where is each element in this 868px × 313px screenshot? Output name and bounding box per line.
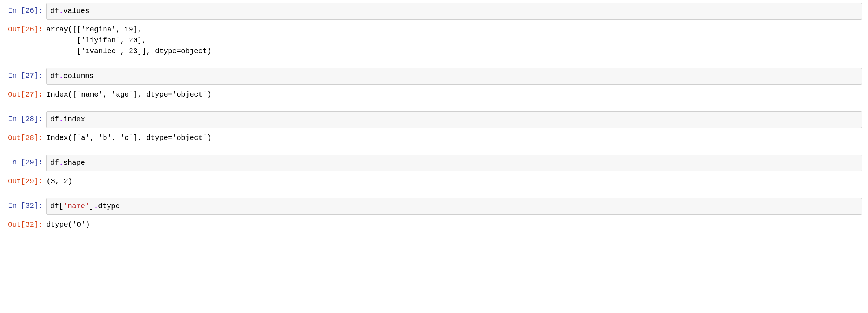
input-row: In [28]: df.index	[0, 111, 868, 128]
input-row: In [32]: df['name'].dtype	[0, 198, 868, 215]
output-prompt: Out[26]:	[0, 22, 46, 35]
output-row: Out[29]: (3, 2)	[0, 173, 868, 189]
code-token-operator: .	[59, 115, 63, 124]
output-prompt: Out[29]:	[0, 173, 46, 187]
input-prompt: In [26]:	[0, 3, 46, 16]
input-row: In [27]: df.columns	[0, 68, 868, 85]
input-prompt: In [27]:	[0, 68, 46, 81]
code-token-operator: .	[59, 7, 63, 15]
notebook-cell-32: In [32]: df['name'].dtype Out[32]: dtype…	[0, 198, 868, 233]
output-prompt: Out[27]:	[0, 87, 46, 100]
code-input[interactable]: df.values	[46, 3, 862, 20]
code-token-operator: .	[59, 159, 63, 167]
input-prompt: In [28]:	[0, 111, 46, 125]
notebook-cell-26: In [26]: df.values Out[26]: array([['reg…	[0, 3, 868, 59]
output-prompt: Out[32]:	[0, 217, 46, 230]
output-row: Out[32]: dtype('O')	[0, 217, 868, 233]
output-text: (3, 2)	[46, 173, 862, 189]
code-input[interactable]: df.index	[46, 111, 862, 128]
code-token-attr: dtype	[98, 202, 120, 210]
output-row: Out[26]: array([['regina', 19], ['liyifa…	[0, 22, 868, 59]
code-token-attr: values	[63, 7, 89, 15]
input-prompt: In [32]:	[0, 198, 46, 211]
code-token-bracket: [	[59, 202, 63, 210]
output-text: dtype('O')	[46, 217, 862, 233]
code-input[interactable]: df.shape	[46, 155, 862, 171]
notebook-cell-28: In [28]: df.index Out[28]: Index(['a', '…	[0, 111, 868, 146]
code-token-ident: df	[50, 72, 59, 80]
code-token-bracket: ]	[89, 202, 94, 210]
code-token-attr: index	[63, 115, 85, 124]
output-text: array([['regina', 19], ['liyifan', 20], …	[46, 22, 862, 59]
code-token-ident: df	[50, 202, 59, 210]
input-prompt: In [29]:	[0, 155, 46, 168]
code-token-operator: .	[59, 72, 63, 80]
input-row: In [26]: df.values	[0, 3, 868, 20]
code-token-ident: df	[50, 115, 59, 124]
code-token-attr: columns	[63, 72, 94, 80]
notebook-cell-27: In [27]: df.columns Out[27]: Index(['nam…	[0, 68, 868, 103]
code-token-ident: df	[50, 159, 59, 167]
code-input[interactable]: df.columns	[46, 68, 862, 85]
input-row: In [29]: df.shape	[0, 155, 868, 171]
code-token-ident: df	[50, 7, 59, 15]
output-row: Out[27]: Index(['name', 'age'], dtype='o…	[0, 87, 868, 103]
output-text: Index(['name', 'age'], dtype='object')	[46, 87, 862, 103]
code-input[interactable]: df['name'].dtype	[46, 198, 862, 215]
code-token-operator: .	[94, 202, 98, 210]
notebook-cell-29: In [29]: df.shape Out[29]: (3, 2)	[0, 155, 868, 189]
output-row: Out[28]: Index(['a', 'b', 'c'], dtype='o…	[0, 130, 868, 146]
code-token-string: 'name'	[63, 202, 89, 210]
code-token-attr: shape	[63, 159, 85, 167]
output-text: Index(['a', 'b', 'c'], dtype='object')	[46, 130, 862, 146]
output-prompt: Out[28]:	[0, 130, 46, 143]
